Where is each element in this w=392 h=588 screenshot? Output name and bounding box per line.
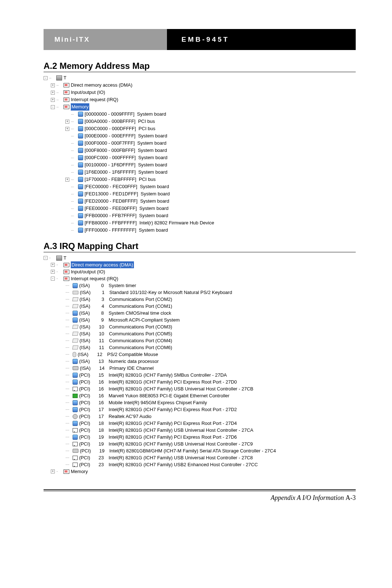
network-icon [73, 394, 78, 398]
memory-range-item[interactable]: [000E0000 - 000EFFFF] System board [85, 132, 167, 140]
tree-expander-icon[interactable]: + [65, 127, 69, 131]
irq-item[interactable]: (PCI)15 Intel(R) 82801G (ICH7 Family) SM… [79, 372, 227, 378]
device-icon [73, 400, 78, 405]
section-rule [44, 252, 356, 252]
tree-expander-icon[interactable]: + [51, 98, 55, 102]
tree-category[interactable]: Direct memory access (DMA) [71, 82, 132, 89]
header-left: Mini-ITX [44, 29, 167, 50]
tree-category[interactable]: Interrupt request (IRQ) [71, 275, 118, 282]
irq-item[interactable]: (ISA)12 PS/2 Compatible Mouse [78, 351, 158, 358]
memory-range-item[interactable]: [FEC00000 - FEC00FFF] System board [85, 183, 169, 190]
memory-range-item[interactable]: [FED20000 - FED8FFFF] System board [85, 198, 169, 205]
tree-category-selected[interactable]: Direct memory access (DMA) [71, 261, 134, 268]
irq-item[interactable]: (PCI)23 Intel(R) 82801G (ICH7 Family) US… [79, 454, 253, 461]
tree-expander-icon[interactable]: + [51, 91, 55, 95]
memory-range-item[interactable]: [000FC000 - 000FFFFF] System board [85, 154, 167, 161]
tree-category[interactable]: Interrupt request (IRQ) [71, 96, 118, 103]
tree-category[interactable]: Input/output (IO) [71, 89, 105, 96]
irq-item[interactable]: (ISA)11 Communications Port (COM6) [79, 344, 172, 351]
irq-item[interactable]: (PCI)19 Intel(R) 82801G (ICH7 Family) US… [79, 440, 253, 447]
memory-range-item[interactable]: [FFB80000 - FFBFFFFF] Intel(r) 82802 Fir… [85, 219, 214, 227]
device-icon [73, 407, 78, 412]
memory-map-tree: -···T+···Direct memory access (DMA)+···I… [44, 74, 356, 234]
memory-range-icon [78, 220, 83, 225]
tree-expander-icon[interactable]: + [65, 120, 69, 124]
memory-range-item[interactable]: [00100000 - 1F6DFFFF] System board [85, 161, 167, 169]
memory-range-item[interactable]: [00000000 - 0009FFFF] System board [85, 111, 166, 118]
irq-item[interactable]: (PCI)16 Mobile Intel(R) 945GM Express Ch… [79, 399, 207, 406]
irq-item[interactable]: (PCI)16 Intel(R) 82801G (ICH7 Family) US… [79, 385, 253, 392]
irq-item[interactable]: (ISA)9 Microsoft ACPI-Compliant System [79, 316, 180, 323]
tree-expander-icon[interactable]: + [65, 178, 69, 182]
irq-item[interactable]: (PCI)18 Intel(R) 82801G (ICH7 Family) US… [79, 427, 253, 434]
memory-range-item[interactable]: [1F700000 - FEBFFFFF] PCI bus [85, 176, 156, 183]
computer-icon [56, 75, 62, 80]
section-rule [44, 72, 356, 72]
irq-item[interactable]: (PCI)18 Intel(R) 82801G (ICH7 Family) PC… [79, 420, 237, 427]
tree-category[interactable]: Memory [71, 468, 88, 475]
memory-range-item[interactable]: [000F0000 - 000F7FFF] System board [85, 140, 166, 147]
irq-item[interactable]: (PCI)17 Realtek AC'97 Audio [79, 413, 151, 420]
memory-range-icon [78, 133, 83, 138]
tree-expander-icon[interactable]: - [44, 256, 48, 260]
tree-expander-icon[interactable]: + [51, 263, 55, 267]
device-icon [73, 318, 78, 323]
tree-expander-icon[interactable]: + [51, 469, 55, 473]
irq-item[interactable]: (ISA)13 Numeric data processor [79, 358, 159, 365]
irq-item[interactable]: (ISA)8 System CMOS/real time clock [79, 310, 171, 316]
irq-item[interactable]: (PCI)17 Intel(R) 82801G (ICH7 Family) PC… [79, 406, 237, 413]
tree-expander-icon[interactable]: - [51, 105, 55, 109]
memory-range-item[interactable]: [1F6E0000 - 1F6FFFFF] System board [85, 169, 167, 176]
page-header: Mini-ITX EMB-945T [44, 29, 356, 50]
irq-item[interactable]: (ISA)0 System timer [79, 282, 136, 289]
memory-range-item[interactable]: [FFF00000 - FFFFFFFF] System board [85, 227, 168, 234]
disk-icon [73, 449, 78, 453]
memory-range-icon [78, 213, 83, 218]
tree-expander-icon[interactable]: - [44, 76, 48, 80]
header-right: EMB-945T [167, 29, 356, 50]
disk-icon [73, 366, 78, 370]
section-title-irq-chart: A.3 IRQ Mapping Chart [44, 241, 356, 251]
memory-range-icon [78, 199, 83, 204]
irq-item[interactable]: (PCI)19 Intel(R) 82801G (ICH7 Family) PC… [79, 434, 237, 440]
irq-item[interactable]: (PCI)23 Intel(R) 82801G (ICH7 Family) US… [79, 461, 258, 468]
com-port-icon [72, 325, 78, 329]
device-icon [73, 283, 78, 288]
irq-item[interactable]: (PCI)19 Intel(R) 82801GBM/GHM (ICH7-M Fa… [80, 447, 276, 454]
irq-item[interactable]: (ISA)4 Communications Port (COM1) [79, 303, 172, 310]
memory-range-icon [78, 206, 83, 211]
com-port-icon [72, 332, 78, 336]
tree-root[interactable]: T [64, 254, 66, 261]
memory-range-item[interactable]: [000F8000 - 000FBFFF] System board [85, 147, 167, 154]
tree-expander-icon[interactable]: - [51, 277, 55, 281]
irq-item[interactable]: (ISA)1 Standard 101/102-Key or Microsoft… [80, 289, 232, 296]
device-icon [73, 380, 78, 385]
irq-item[interactable]: (PCI)16 Marvell Yukon 88E8053 PCI-E Giga… [79, 392, 229, 399]
irq-item[interactable]: (ISA)14 Primary IDE Channel [80, 365, 154, 372]
memory-range-icon [78, 112, 83, 117]
tree-expander-icon[interactable]: + [51, 83, 55, 87]
irq-item[interactable]: (ISA)3 Communications Port (COM2) [79, 296, 172, 303]
memory-range-icon [78, 141, 83, 146]
memory-range-icon [78, 126, 83, 131]
tree-category-selected[interactable]: Memory [71, 103, 89, 111]
memory-range-item[interactable]: [FED13000 - FED1DFFF] System board [85, 190, 170, 198]
memory-range-item[interactable]: [FEE00000 - FEE00FFF] System board [85, 205, 168, 212]
computer-icon [56, 256, 62, 261]
tree-root[interactable]: T [64, 74, 66, 82]
usb-icon [73, 463, 78, 467]
usb-icon [73, 442, 78, 446]
irq-item[interactable]: (PCI)16 Intel(R) 82801G (ICH7 Family) PC… [79, 378, 237, 385]
memory-range-item[interactable]: [000A0000 - 000BFFFF] PCI bus [85, 118, 155, 125]
irq-item[interactable]: (ISA)11 Communications Port (COM4) [79, 337, 172, 344]
memory-range-item[interactable]: [FFB00000 - FFB7FFFF] System board [85, 212, 168, 219]
device-icon [73, 359, 78, 364]
usb-icon [73, 387, 78, 391]
com-port-icon [72, 345, 78, 349]
tree-category[interactable]: Input/output (IO) [71, 268, 105, 275]
tree-expander-icon[interactable]: + [51, 270, 55, 274]
irq-item[interactable]: (ISA)10 Communications Port (COM3) [79, 323, 172, 330]
memory-range-item[interactable]: [000C0000 - 000DFFFF] PCI bus [85, 125, 155, 132]
irq-item[interactable]: (ISA)10 Communications Port (COM5) [79, 330, 172, 337]
section-title-memory-map: A.2 Memory Address Map [44, 61, 356, 71]
